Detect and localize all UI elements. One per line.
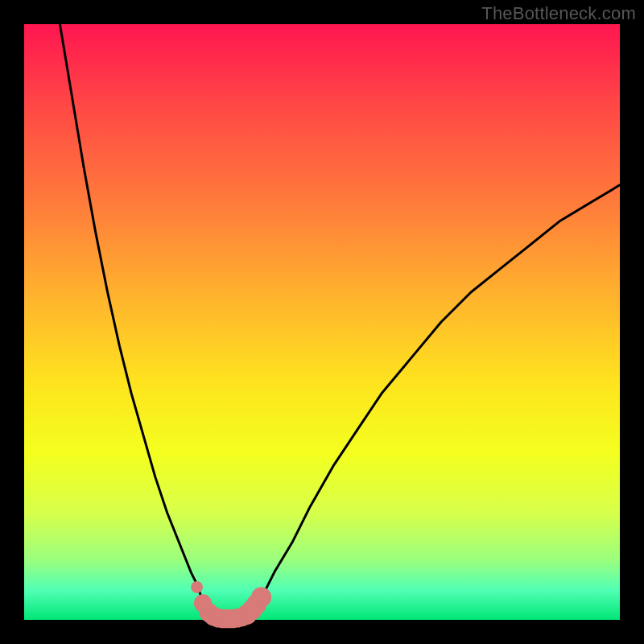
marker-dot-13	[251, 587, 271, 607]
plot-area	[24, 24, 620, 620]
curve-right-curve	[250, 185, 620, 614]
marker-dots	[191, 581, 271, 628]
curve-paths	[60, 24, 620, 619]
marker-dot-0	[191, 581, 203, 593]
watermark-text: TheBottleneck.com	[481, 3, 636, 24]
chart-stage: TheBottleneck.com	[0, 0, 644, 644]
curve-left-curve	[60, 24, 208, 614]
curve-svg	[24, 24, 620, 620]
